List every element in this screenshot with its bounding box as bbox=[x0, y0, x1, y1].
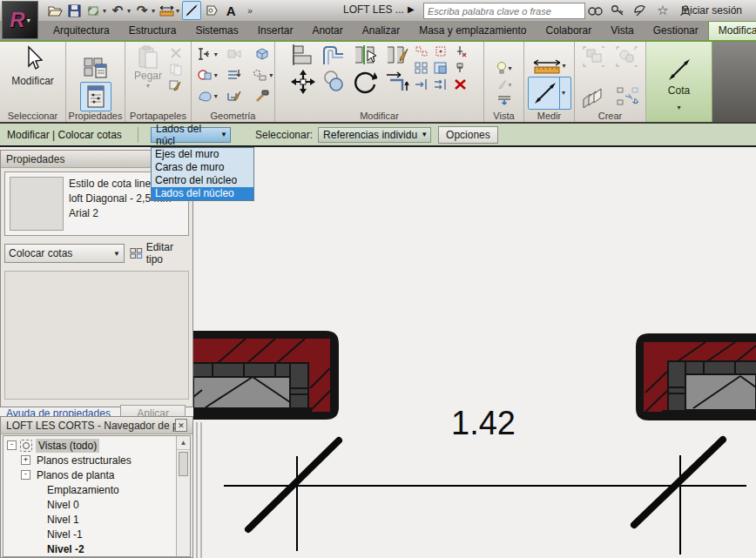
collapse-icon[interactable]: - bbox=[7, 440, 17, 450]
close-icon[interactable]: ✕ bbox=[175, 419, 187, 432]
properties-palette-button[interactable] bbox=[80, 82, 111, 111]
edit-type-button[interactable]: Editar tipo bbox=[130, 241, 189, 266]
panel-label-seleccionar[interactable]: Seleccionar bbox=[0, 111, 65, 121]
offset-icon[interactable] bbox=[321, 44, 347, 66]
paste-button[interactable]: Pegar ▾ bbox=[134, 45, 162, 90]
panel-label-modificar[interactable]: Modificar bbox=[275, 111, 483, 121]
dropdown-option-caras-de-muro[interactable]: Caras de muro bbox=[152, 161, 253, 174]
cut-geometry-icon[interactable]: ▾ bbox=[197, 47, 218, 61]
tree-item-planos-estructurales[interactable]: + Planos estructurales bbox=[3, 453, 190, 467]
tab-anotar[interactable]: Anotar bbox=[302, 22, 352, 40]
undo-button[interactable]: ↶ bbox=[109, 2, 126, 19]
title-play-icon[interactable]: ▶ bbox=[408, 4, 415, 14]
tree-item-vistas[interactable]: - Vistas (todo) bbox=[3, 438, 190, 453]
paste-dropdown-caret[interactable]: ▾ bbox=[146, 82, 150, 90]
application-menu-button[interactable]: R ▾ bbox=[2, 1, 38, 39]
unjoin-geometry-icon[interactable]: ▾ bbox=[252, 68, 273, 82]
solid-geometry-icon[interactable] bbox=[254, 47, 270, 61]
scale-region-icon[interactable] bbox=[434, 62, 448, 74]
tree-item-nivel-minus-1[interactable]: Nivel -1 bbox=[3, 527, 190, 541]
drawing-area[interactable]: 1.42 bbox=[193, 147, 756, 558]
panel-label-crear[interactable]: Crear bbox=[575, 111, 645, 121]
trim-extend-multiple-icon[interactable] bbox=[434, 78, 448, 91]
panel-label-medir[interactable]: Medir bbox=[524, 111, 574, 121]
tab-estructura[interactable]: Estructura bbox=[119, 22, 186, 40]
tab-sistemas[interactable]: Sistemas bbox=[186, 22, 247, 40]
trim-extend-single-icon[interactable] bbox=[415, 78, 429, 91]
split-element-icon[interactable] bbox=[352, 44, 378, 66]
sync-dropdown-caret[interactable]: ▾ bbox=[103, 7, 106, 15]
tab-colaborar[interactable]: Colaborar bbox=[537, 22, 602, 40]
save-button[interactable] bbox=[65, 2, 83, 19]
edit-profile-icon[interactable] bbox=[226, 89, 242, 103]
properties-grid[interactable] bbox=[4, 271, 189, 400]
cut-clipboard-icon[interactable] bbox=[170, 47, 182, 59]
split-with-gap-icon[interactable] bbox=[383, 44, 409, 66]
create-parts-icon[interactable] bbox=[615, 85, 641, 108]
wall-sweep-icon[interactable]: ▾ bbox=[197, 89, 218, 103]
family-types-button[interactable] bbox=[83, 57, 109, 79]
move-icon[interactable] bbox=[291, 70, 315, 94]
measure-dropdown-caret[interactable]: ▾ bbox=[176, 7, 179, 15]
thin-lines-icon[interactable] bbox=[496, 94, 512, 106]
open-button[interactable] bbox=[46, 2, 64, 19]
tree-item-nivel-0[interactable]: Nivel 0 bbox=[3, 497, 190, 512]
scrollbar-thumb[interactable] bbox=[179, 452, 188, 476]
trim-extend-corner-icon[interactable] bbox=[383, 70, 409, 92]
delete-icon[interactable] bbox=[454, 78, 468, 91]
unpin-icon[interactable] bbox=[453, 45, 468, 57]
tree-item-planos-de-planta[interactable]: - Planos de planta bbox=[3, 467, 190, 482]
measure-ruler-button[interactable]: ▾ bbox=[532, 58, 565, 74]
tab-insertar[interactable]: Insertar bbox=[248, 22, 303, 40]
tab-gestionar[interactable]: Gestionar bbox=[644, 22, 708, 40]
redo-dropdown-caret[interactable]: ▾ bbox=[152, 7, 155, 15]
tab-arquitectura[interactable]: Arquitectura bbox=[44, 22, 119, 40]
linework-icon[interactable]: ▾ bbox=[496, 78, 511, 91]
communication-center-icon[interactable] bbox=[631, 2, 649, 19]
dropdown-option-centro-del-nucleo[interactable]: Centro del núcleo bbox=[152, 174, 253, 187]
copy-clipboard-icon[interactable] bbox=[170, 64, 182, 76]
expand-icon[interactable]: + bbox=[21, 455, 30, 465]
match-type-brush-icon[interactable] bbox=[169, 80, 182, 92]
expand-toolbar-icon[interactable]: » bbox=[241, 2, 259, 19]
tree-item-nivel-minus-2[interactable]: Nivel -2 bbox=[3, 541, 190, 556]
panel-label-geometria[interactable]: Geometría bbox=[192, 111, 274, 121]
array-icon[interactable] bbox=[415, 62, 429, 74]
panel-label-vista[interactable]: Vista bbox=[484, 111, 523, 121]
tree-item-nivel-1[interactable]: Nivel 1 bbox=[3, 512, 190, 527]
dimension-dropdown-caret[interactable]: ▾ bbox=[559, 77, 565, 109]
copy-icon[interactable] bbox=[321, 70, 346, 92]
element-filter-combo[interactable]: Colocar cotas▼ bbox=[4, 244, 125, 263]
align-icon[interactable] bbox=[291, 44, 315, 66]
tag-button[interactable] bbox=[203, 2, 220, 19]
aligned-dimension-ribbon-button[interactable]: ▾ bbox=[528, 77, 571, 110]
modify-tool-button[interactable]: Modificar bbox=[11, 45, 54, 87]
tab-vista[interactable]: Vista bbox=[601, 22, 643, 40]
tab-masa-y-emplazamiento[interactable]: Masa y emplazamiento bbox=[409, 22, 536, 40]
wall-placement-combo[interactable]: Lados del núcl▼ bbox=[151, 127, 231, 143]
create-group-icon[interactable] bbox=[582, 45, 606, 68]
text-button[interactable]: A bbox=[222, 2, 240, 19]
demolish-hammer-icon[interactable] bbox=[254, 89, 270, 103]
project-browser-header[interactable]: LOFT LES CORTS - Navegador de pr... ✕ bbox=[1, 417, 192, 434]
cota-panel-caret[interactable]: ▾ bbox=[677, 104, 680, 111]
create-similar-icon[interactable] bbox=[580, 85, 606, 108]
apply-coping-icon[interactable]: ▾ bbox=[197, 68, 218, 82]
collapse-icon[interactable]: - bbox=[21, 470, 30, 480]
tab-analizar[interactable]: Analizar bbox=[353, 22, 409, 40]
tab-modificar-contextual[interactable]: Modificar | Colo bbox=[708, 21, 756, 40]
search-input[interactable] bbox=[423, 3, 585, 19]
dropdown-option-ejes-del-muro[interactable]: Ejes del muro bbox=[152, 148, 253, 161]
create-assembly-icon[interactable] bbox=[615, 45, 639, 68]
redo-button[interactable]: ↷ bbox=[133, 2, 151, 19]
tree-scrollbar[interactable]: ▲ bbox=[176, 436, 190, 556]
join-geometry-icon[interactable] bbox=[226, 47, 242, 61]
scroll-up-icon[interactable]: ▲ bbox=[177, 436, 190, 450]
reveal-hidden-icon[interactable]: ▾ bbox=[496, 61, 511, 75]
panel-cota[interactable]: Cota ▾ bbox=[646, 42, 712, 122]
search-binoculars-icon[interactable] bbox=[586, 2, 604, 19]
beam-cope-icon[interactable] bbox=[226, 68, 242, 82]
options-button[interactable]: Opciones bbox=[438, 126, 498, 144]
undo-dropdown-caret[interactable]: ▾ bbox=[127, 7, 131, 15]
rotate-icon[interactable] bbox=[353, 70, 377, 94]
